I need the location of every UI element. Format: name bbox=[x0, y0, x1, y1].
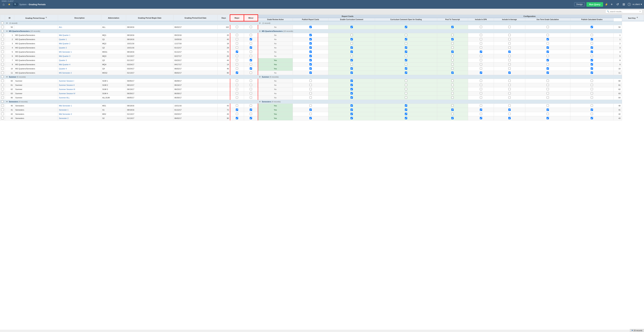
expand-icon[interactable]: ▼ bbox=[6, 101, 8, 103]
description-link[interactable]: Summer Session I bbox=[59, 80, 74, 82]
major-cell[interactable] bbox=[230, 79, 244, 83]
minor-cell[interactable] bbox=[244, 112, 258, 116]
publish-calc-cell[interactable] bbox=[570, 33, 614, 37]
include-avg-cell[interactable] bbox=[494, 67, 525, 71]
description-link[interactable]: Summer Session II bbox=[59, 84, 75, 86]
description-link[interactable]: Summer ALL bbox=[59, 97, 70, 99]
enable-curr-cell[interactable] bbox=[328, 112, 375, 116]
use-term-cell[interactable] bbox=[525, 67, 570, 71]
use-term-cell[interactable] bbox=[525, 79, 570, 83]
use-term-cell[interactable] bbox=[525, 116, 570, 120]
favorites-icon[interactable]: ★ bbox=[7, 2, 12, 7]
post-transcript-cell[interactable] bbox=[437, 41, 468, 46]
use-term-cell[interactable] bbox=[525, 54, 570, 58]
publish-rc-cell[interactable] bbox=[293, 67, 328, 71]
description-link[interactable]: Quarter 1 bbox=[59, 38, 67, 40]
description-link[interactable]: Semester 2 bbox=[59, 117, 68, 119]
minor-cell[interactable] bbox=[244, 91, 258, 96]
publish-calc-cell[interactable] bbox=[570, 37, 614, 41]
publish-calc-cell[interactable] bbox=[570, 62, 614, 67]
use-term-cell[interactable] bbox=[525, 41, 570, 46]
minor-cell[interactable] bbox=[244, 33, 258, 37]
major-cell[interactable] bbox=[230, 50, 244, 54]
include-gpa-cell[interactable] bbox=[468, 116, 494, 120]
enable-curr-cell[interactable] bbox=[328, 54, 375, 58]
include-avg-cell[interactable] bbox=[494, 71, 525, 75]
minor-cell[interactable] bbox=[244, 41, 258, 46]
publish-rc-cell[interactable] bbox=[293, 58, 328, 62]
use-term-cell[interactable] bbox=[525, 71, 570, 75]
major-cell[interactable] bbox=[230, 87, 244, 91]
publish-rc-cell[interactable] bbox=[293, 87, 328, 91]
minor-cell[interactable] bbox=[244, 79, 258, 83]
include-gpa-cell[interactable] bbox=[468, 41, 494, 46]
row-select[interactable] bbox=[0, 67, 5, 71]
publish-calc-cell[interactable] bbox=[570, 50, 614, 54]
publish-rc-cell[interactable] bbox=[293, 25, 328, 29]
use-term-cell[interactable] bbox=[525, 83, 570, 87]
breadcrumb-system[interactable]: System bbox=[19, 3, 26, 6]
minor-cell[interactable] bbox=[244, 71, 258, 75]
minor-cell[interactable] bbox=[244, 87, 258, 91]
use-term-cell[interactable] bbox=[525, 46, 570, 50]
curr-comment-cell[interactable] bbox=[375, 96, 437, 100]
curr-comment-cell[interactable] bbox=[375, 67, 437, 71]
description-link[interactable]: Summer Session IV bbox=[59, 92, 75, 94]
row-select[interactable] bbox=[0, 58, 5, 62]
description-link[interactable]: Mid Quarter 3 bbox=[59, 55, 70, 57]
major-cell[interactable] bbox=[230, 71, 244, 75]
enable-curr-cell[interactable] bbox=[328, 25, 375, 29]
curr-comment-cell[interactable] bbox=[375, 104, 437, 108]
row-select[interactable] bbox=[0, 108, 5, 112]
publish-rc-cell[interactable] bbox=[293, 41, 328, 46]
curr-comment-cell[interactable] bbox=[375, 79, 437, 83]
row-select[interactable] bbox=[0, 79, 5, 83]
publish-rc-cell[interactable] bbox=[293, 50, 328, 54]
minor-cell[interactable] bbox=[244, 25, 258, 29]
minor-cell[interactable] bbox=[244, 37, 258, 41]
use-term-cell[interactable] bbox=[525, 50, 570, 54]
publish-rc-cell[interactable] bbox=[293, 46, 328, 50]
publish-calc-cell[interactable] bbox=[570, 87, 614, 91]
publish-rc-cell[interactable] bbox=[293, 79, 328, 83]
search-input[interactable] bbox=[610, 10, 639, 12]
enable-curr-cell[interactable] bbox=[328, 91, 375, 96]
curr-comment-cell[interactable] bbox=[375, 108, 437, 112]
publish-rc-cell[interactable] bbox=[293, 116, 328, 120]
major-cell[interactable] bbox=[230, 83, 244, 87]
row-select[interactable] bbox=[0, 116, 5, 120]
minor-cell[interactable] bbox=[244, 50, 258, 54]
minor-cell[interactable] bbox=[244, 58, 258, 62]
publish-calc-cell[interactable] bbox=[570, 116, 614, 120]
enable-curr-cell[interactable] bbox=[328, 79, 375, 83]
include-avg-cell[interactable] bbox=[494, 104, 525, 108]
major-cell[interactable] bbox=[230, 54, 244, 58]
major-cell[interactable] bbox=[230, 33, 244, 37]
post-transcript-cell[interactable] bbox=[437, 104, 468, 108]
include-gpa-cell[interactable] bbox=[468, 33, 494, 37]
publish-rc-cell[interactable] bbox=[293, 54, 328, 58]
description-link[interactable]: Quarter 3 bbox=[59, 59, 67, 61]
post-transcript-cell[interactable] bbox=[437, 112, 468, 116]
publish-calc-cell[interactable] bbox=[570, 58, 614, 62]
row-select[interactable] bbox=[0, 50, 5, 54]
row-select[interactable] bbox=[0, 112, 5, 116]
publish-calc-cell[interactable] bbox=[570, 108, 614, 112]
description-link[interactable]: Mid Quarter 1 bbox=[59, 34, 70, 36]
curr-comment-cell[interactable] bbox=[375, 25, 437, 29]
post-transcript-cell[interactable] bbox=[437, 46, 468, 50]
minor-cell[interactable] bbox=[244, 62, 258, 67]
run-query-button[interactable]: Run Query bbox=[586, 2, 603, 7]
curr-comment-cell[interactable] bbox=[375, 33, 437, 37]
help-icon[interactable]: ? bbox=[628, 3, 631, 6]
post-transcript-cell[interactable] bbox=[437, 87, 468, 91]
row-select[interactable] bbox=[0, 46, 5, 50]
major-cell[interactable] bbox=[230, 96, 244, 100]
include-avg-cell[interactable] bbox=[494, 58, 525, 62]
lightning-icon[interactable]: ⚡ bbox=[605, 3, 608, 6]
use-term-cell[interactable] bbox=[525, 112, 570, 116]
home-icon[interactable]: ⌂ bbox=[2, 2, 6, 7]
enable-curr-cell[interactable] bbox=[328, 67, 375, 71]
include-gpa-cell[interactable] bbox=[468, 46, 494, 50]
include-avg-cell[interactable] bbox=[494, 37, 525, 41]
